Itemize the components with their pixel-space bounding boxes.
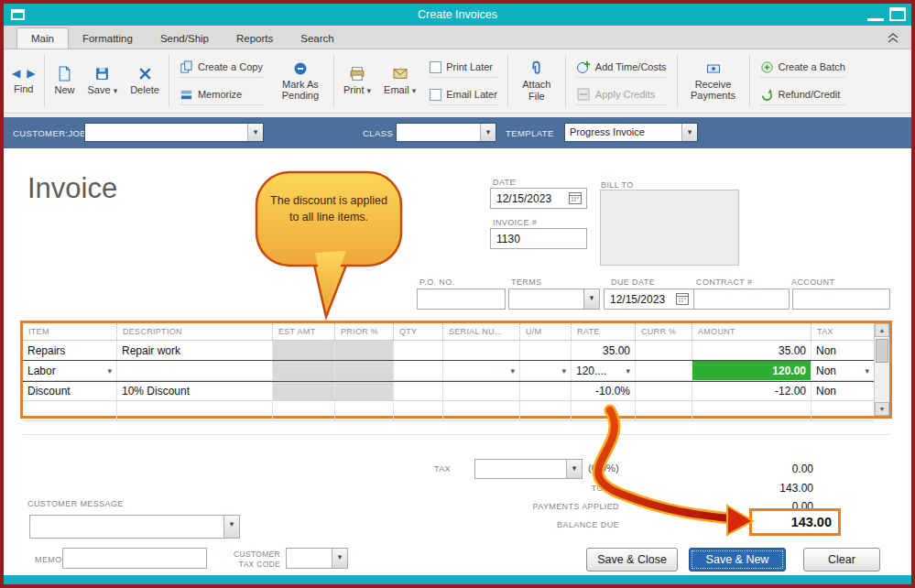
print-later-checkbox[interactable] [430,61,441,73]
print-later-option[interactable]: Print Later [430,58,497,78]
amount-cell[interactable]: 35.00 [692,341,811,360]
tax-cell[interactable]: Non [811,341,874,360]
qty-cell[interactable] [393,341,442,360]
prior-pct-cell[interactable] [334,361,393,380]
receive-payments-button[interactable]: Receive Payments [681,49,746,113]
restore-button[interactable] [889,7,906,21]
rate-cell[interactable] [571,401,635,420]
collapse-ribbon-icon[interactable] [886,31,900,44]
table-row-empty[interactable] [23,421,889,435]
create-a-copy-button[interactable]: Create a Copy [180,58,263,78]
curr-pct-cell[interactable] [635,361,692,380]
date-field[interactable]: 12/15/2023 [490,188,587,209]
clear-button[interactable]: Clear [803,548,880,572]
customer-job-field[interactable]: ▾ [84,123,264,142]
item-dropdown-caret[interactable]: ▾ [107,366,112,376]
prior-pct-cell[interactable] [334,401,393,420]
um-cell[interactable] [519,341,571,360]
delete-button[interactable]: Delete [124,49,166,113]
description-cell[interactable]: Repair work [116,341,272,360]
tab-main[interactable]: Main [16,27,69,49]
tax-dropdown-caret[interactable]: ▾ [865,366,869,376]
invoice-number-field[interactable]: 1130 [490,228,587,249]
tax-cell[interactable] [811,401,874,420]
contract-field[interactable] [693,289,790,310]
tab-send-ship[interactable]: Send/Ship [147,28,223,49]
amount-cell[interactable]: -12.00 [692,381,811,400]
memorize-button[interactable]: Memorize [180,85,263,105]
template-field[interactable]: Progress Invoice ▾ [564,123,698,142]
save-and-close-button[interactable]: Save & Close [586,548,678,572]
amount-cell[interactable] [692,401,811,420]
class-field[interactable]: ▾ [396,123,496,142]
item-cell[interactable] [23,401,116,420]
rate-cell[interactable]: 35.00 [571,341,635,360]
scroll-up-icon[interactable]: ▲ [875,323,889,337]
find-button[interactable]: ◀ ▶ Find [5,49,41,113]
curr-pct-cell[interactable] [635,381,692,400]
tab-search[interactable]: Search [287,28,347,49]
po-no-field[interactable] [417,289,506,310]
amount-cell-highlighted[interactable]: 120.00 [692,361,811,380]
tab-formatting[interactable]: Formatting [69,28,147,49]
calendar-icon[interactable] [675,291,692,307]
memo-field[interactable] [62,548,207,569]
bill-to-box[interactable] [600,190,739,266]
print-button[interactable]: Print ▾ [337,49,377,113]
description-cell[interactable] [116,401,272,420]
email-later-checkbox[interactable] [430,89,441,101]
minimize-button[interactable] [867,7,884,21]
email-later-option[interactable]: Email Later [430,85,497,105]
customer-job-dropdown-caret[interactable]: ▾ [247,124,263,141]
table-scrollbar[interactable]: ▲ ▼ [874,323,889,416]
curr-pct-cell[interactable] [635,341,692,360]
item-cell[interactable]: Discount [23,381,116,400]
serial-cell[interactable] [442,381,519,400]
qty-cell[interactable] [393,381,442,400]
rate-cell[interactable]: 120....▾ [571,361,635,380]
est-amt-cell[interactable] [272,341,334,360]
tax-cell[interactable]: Non▾ [811,361,874,380]
um-dropdown-caret[interactable]: ▾ [561,366,566,376]
terms-dropdown-caret[interactable]: ▾ [583,289,599,309]
est-amt-cell[interactable] [272,381,334,400]
create-a-batch-button[interactable]: Create a Batch [760,58,845,78]
description-cell[interactable]: 10% Discount [116,381,272,400]
mark-as-pending-button[interactable]: Mark As Pending [270,49,331,113]
scroll-down-icon[interactable]: ▼ [875,402,889,416]
serial-cell[interactable] [442,341,519,360]
apply-credits-button[interactable]: Apply Credits [576,85,667,105]
rate-dropdown-caret[interactable]: ▾ [626,366,630,376]
serial-cell[interactable]: ▾ [442,361,519,380]
attach-file-button[interactable]: Attach File [511,49,562,113]
new-button[interactable]: New [48,49,81,113]
email-button[interactable]: Email ▾ [377,49,422,113]
tab-reports[interactable]: Reports [223,28,287,49]
um-cell[interactable] [519,381,571,400]
serial-cell[interactable] [442,401,519,420]
account-field[interactable] [792,289,890,310]
curr-pct-cell[interactable] [635,401,692,420]
qty-cell[interactable] [393,401,442,420]
rate-cell[interactable]: -10.0% [571,381,635,400]
add-time-costs-button[interactable]: Add Time/Costs [576,58,667,78]
tax-dropdown-caret[interactable]: ▾ [566,460,582,478]
est-amt-cell[interactable] [272,401,334,420]
description-cell[interactable] [116,361,272,380]
est-amt-cell[interactable] [272,361,334,380]
customer-message-field[interactable]: ▾ [29,515,240,539]
prior-pct-cell[interactable] [334,381,393,400]
item-cell[interactable]: Labor▾ [23,361,116,380]
tax-field[interactable]: ▾ [474,459,583,479]
um-cell[interactable]: ▾ [519,361,571,380]
save-and-new-button[interactable]: Save & New [689,548,786,572]
prior-pct-cell[interactable] [334,341,393,360]
customer-tax-code-dropdown-caret[interactable]: ▾ [332,549,347,568]
qty-cell[interactable] [393,361,442,380]
calendar-icon[interactable] [568,191,584,206]
customer-message-dropdown-caret[interactable]: ▾ [223,516,239,538]
customer-tax-code-field[interactable]: ▾ [286,548,348,569]
terms-field[interactable]: ▾ [508,289,600,310]
class-dropdown-caret[interactable]: ▾ [480,124,496,141]
due-date-field[interactable]: 12/15/2023 [604,289,694,310]
